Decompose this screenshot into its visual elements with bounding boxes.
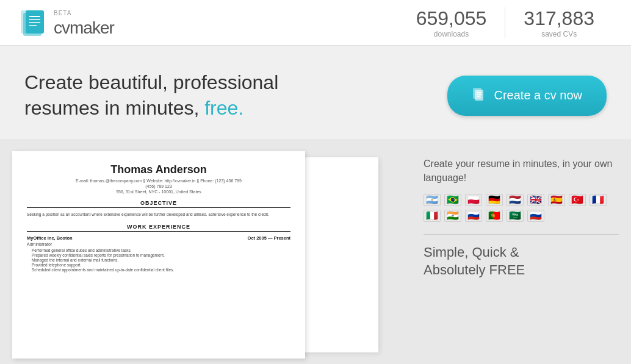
feature-section: Simple, Quick &Absolutely FREE — [424, 234, 619, 279]
resume-name: Thomas Anderson — [27, 163, 290, 176]
resume-objective: Seeking a position as an accountant wher… — [27, 212, 290, 218]
flag-5[interactable]: 🇬🇧 — [527, 194, 544, 206]
logo-icon — [18, 8, 48, 37]
flag-13[interactable]: 🇸🇦 — [507, 210, 524, 222]
flag-7[interactable]: 🇹🇷 — [569, 194, 586, 206]
language-title: Create your resume in minutes, in your o… — [424, 157, 619, 185]
duty-3: Managed the internal and external mail f… — [27, 258, 290, 262]
logo-area: BETA cvmaker — [18, 7, 398, 38]
duty-2: Prepared weekly confidential sales repor… — [27, 253, 290, 257]
flag-14[interactable]: 🇷🇺 — [527, 210, 544, 222]
downloads-number: 659,055 — [416, 7, 487, 30]
logo-text-area: BETA cvmaker — [54, 7, 114, 38]
cta-label: Create a cv now — [494, 88, 582, 102]
header: BETA cvmaker 659,055 downloads 317,883 s… — [0, 0, 631, 46]
hero-section: Create beautiful, professional resumes i… — [0, 46, 631, 139]
objective-heading: OBJECTIVE — [27, 200, 290, 208]
svg-rect-2 — [26, 10, 44, 34]
flag-9[interactable]: 🇮🇹 — [424, 210, 441, 222]
flag-8[interactable]: 🇫🇷 — [590, 194, 607, 206]
flag-6[interactable]: 🇪🇸 — [548, 194, 565, 206]
resume-phone: (456) 789 123 — [27, 184, 290, 188]
company-name: MyOffice Inc, Boston — [27, 235, 73, 241]
job-title: Administrator — [27, 242, 290, 246]
saved-cvs-stat: 317,883 saved CVs — [505, 7, 613, 38]
beta-badge: BETA — [54, 10, 71, 16]
hero-headline: Create beautiful, professional resumes i… — [24, 70, 278, 121]
stats-area: 659,055 downloads 317,883 saved CVs — [398, 7, 613, 38]
resume-preview: Thomas Anderson E-mail: thomas.@thecompa… — [12, 151, 411, 359]
main-content: Thomas Anderson E-mail: thomas.@thecompa… — [0, 139, 631, 364]
svg-rect-8 — [475, 90, 483, 101]
work-period: Oct 2005 — Present — [248, 235, 290, 241]
downloads-label: downloads — [416, 30, 487, 38]
work-entry-header: MyOffice Inc, Boston Oct 2005 — Present — [27, 235, 290, 241]
resume-paper-front: Thomas Anderson E-mail: thomas.@thecompa… — [12, 151, 305, 359]
right-panel: Create your resume in minutes, in your o… — [424, 151, 619, 359]
saved-cvs-label: saved CVs — [524, 30, 594, 38]
cv-icon — [472, 87, 486, 105]
feature-title: Simple, Quick &Absolutely FREE — [424, 244, 619, 279]
flag-3[interactable]: 🇩🇪 — [486, 194, 503, 206]
resume-address: 956, 31st Street, NYC - 10001, United St… — [27, 190, 290, 194]
duty-5: Scheduled client appointments and mainta… — [27, 268, 290, 272]
language-section: Create your resume in minutes, in your o… — [424, 157, 619, 222]
flag-2[interactable]: 🇵🇱 — [465, 194, 482, 206]
flag-0[interactable]: 🇦🇷 — [424, 194, 441, 206]
flag-1[interactable]: 🇧🇷 — [444, 194, 461, 206]
saved-cvs-number: 317,883 — [524, 7, 594, 30]
flag-4[interactable]: 🇳🇱 — [507, 194, 524, 206]
flag-12[interactable]: 🇵🇹 — [486, 210, 503, 222]
resume-contact: E-mail: thomas.@thecompany.com § Website… — [27, 179, 290, 183]
flag-10[interactable]: 🇮🇳 — [444, 210, 461, 222]
downloads-stat: 659,055 downloads — [398, 7, 506, 38]
create-cv-button[interactable]: Create a cv now — [447, 76, 607, 116]
headline-part1: Create beautiful, professional — [24, 71, 278, 93]
duty-1: Performed general office duties and admi… — [27, 248, 290, 252]
logo-wordmark: cvmaker — [54, 18, 114, 37]
flag-grid: 🇦🇷🇧🇷🇵🇱🇩🇪🇳🇱🇬🇧🇪🇸🇹🇷🇫🇷🇮🇹🇮🇳🇷🇺🇵🇹🇸🇦🇷🇺 — [424, 194, 619, 222]
headline-free: free. — [204, 97, 243, 119]
flag-11[interactable]: 🇷🇺 — [465, 210, 482, 222]
duty-4: Provided telephone support. — [27, 263, 290, 267]
work-heading: WORK EXPERIENCE — [27, 224, 290, 232]
headline-part2: resumes in minutes, — [24, 97, 199, 119]
feature-title-text: Simple, Quick &Absolutely FREE — [424, 244, 525, 277]
